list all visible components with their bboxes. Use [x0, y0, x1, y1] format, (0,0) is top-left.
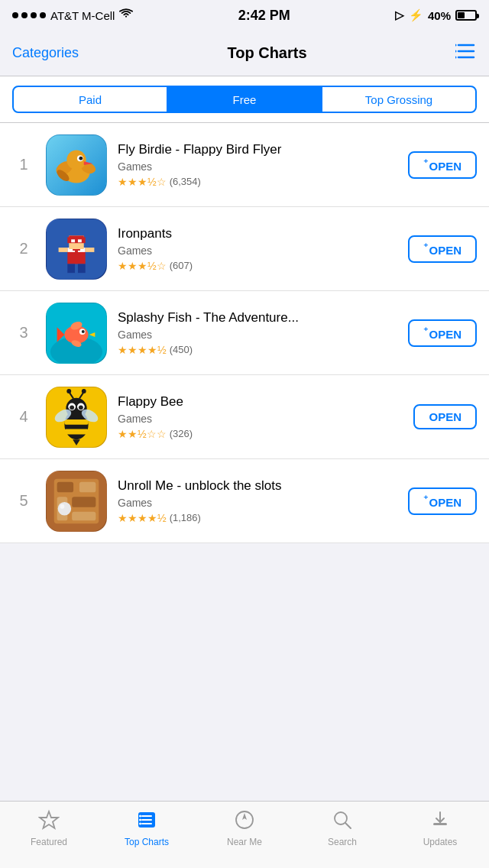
stars: ★★★★½	[118, 512, 167, 524]
svg-rect-42	[64, 429, 88, 434]
rank-label: 3	[12, 324, 35, 342]
svg-point-71	[139, 823, 141, 825]
svg-point-62	[58, 501, 72, 515]
segment-paid[interactable]: Paid	[14, 87, 167, 112]
app-name: Flappy Bee	[118, 394, 406, 410]
table-row[interactable]: 1	[0, 123, 489, 207]
segment-free[interactable]: Free	[168, 87, 321, 112]
table-row[interactable]: 2	[0, 207, 489, 291]
tab-updates[interactable]: Updates	[391, 809, 489, 847]
rank-label: 4	[12, 408, 35, 426]
svg-point-35	[82, 330, 85, 333]
rating-count: (1,186)	[170, 512, 201, 523]
location-icon: ▷	[395, 8, 404, 22]
svg-point-49	[66, 388, 71, 393]
app-info: Unroll Me - unblock the slots Games ★★★★…	[118, 478, 400, 523]
svg-point-13	[79, 156, 83, 160]
rating-count: (326)	[170, 428, 193, 439]
svg-point-69	[139, 815, 141, 818]
back-button[interactable]: Categories	[12, 45, 79, 61]
svg-point-47	[79, 405, 83, 410]
app-name: Unroll Me - unblock the slots	[118, 478, 400, 494]
svg-rect-27	[78, 264, 86, 273]
list-icon[interactable]	[455, 43, 477, 64]
svg-rect-57	[57, 481, 73, 492]
svg-point-63	[60, 504, 65, 508]
table-row[interactable]: 3	[0, 291, 489, 375]
svg-point-11	[66, 150, 86, 169]
svg-point-4	[455, 50, 457, 52]
open-button[interactable]: OPEN	[408, 151, 477, 179]
table-row[interactable]: 5 Unroll Me - unblock	[0, 459, 489, 543]
bluetooth-icon: ⚡	[409, 8, 423, 22]
svg-point-3	[455, 44, 457, 46]
app-rating: ★★★★½ (1,186)	[118, 512, 400, 524]
featured-icon	[38, 809, 60, 834]
app-icon	[46, 387, 107, 448]
open-button[interactable]: OPEN	[408, 235, 477, 263]
app-rating: ★★★½☆ (6,354)	[118, 176, 400, 188]
app-icon	[46, 303, 107, 364]
svg-rect-24	[71, 239, 75, 242]
app-icon	[46, 471, 107, 532]
updates-icon	[429, 809, 451, 834]
stars: ★★★½☆	[118, 260, 167, 272]
tab-search[interactable]: Search	[293, 809, 391, 847]
stars: ★★★½☆	[118, 176, 167, 188]
stars: ★★★★½	[118, 344, 167, 356]
time-display: 2:42 PM	[238, 8, 290, 24]
search-icon	[332, 809, 353, 834]
svg-rect-26	[67, 264, 75, 273]
battery-percent: 40%	[428, 9, 451, 22]
tab-search-label: Search	[328, 837, 357, 847]
svg-rect-20	[75, 250, 78, 254]
battery-icon	[455, 10, 477, 21]
app-icon	[46, 134, 107, 196]
rating-count: (607)	[170, 260, 193, 271]
open-button[interactable]: OPEN	[413, 404, 477, 429]
svg-rect-60	[72, 497, 96, 507]
top-charts-icon	[136, 809, 157, 834]
svg-point-46	[70, 405, 74, 410]
svg-rect-28	[59, 248, 68, 252]
svg-point-70	[139, 819, 141, 821]
app-rating: ★★½☆☆ (326)	[118, 428, 406, 440]
svg-line-75	[345, 823, 351, 828]
app-category: Games	[118, 160, 400, 173]
open-button[interactable]: OPEN	[408, 319, 477, 347]
main-content: Paid Free Top Grossing 1	[0, 76, 489, 611]
svg-rect-41	[64, 419, 88, 424]
tab-near-me-label: Near Me	[227, 837, 262, 847]
tab-featured[interactable]: Featured	[0, 809, 98, 847]
rating-count: (450)	[170, 344, 193, 355]
app-info: Flappy Bee Games ★★½☆☆ (326)	[118, 394, 406, 439]
rank-label: 1	[12, 156, 35, 173]
open-button[interactable]: OPEN	[408, 487, 477, 515]
rank-label: 5	[12, 492, 35, 510]
svg-rect-29	[86, 248, 95, 252]
tab-top-charts-label: Top Charts	[125, 837, 169, 847]
tab-bar: Featured Top Charts Near Me	[0, 801, 489, 868]
near-me-icon	[234, 809, 255, 834]
app-rating: ★★★½☆ (607)	[118, 260, 400, 272]
app-rating: ★★★★½ (450)	[118, 344, 400, 356]
status-right: ▷ ⚡ 40%	[395, 8, 477, 22]
app-name: Fly Birdie - Flappy Bird Flyer	[118, 141, 400, 158]
svg-point-51	[82, 388, 86, 393]
segment-bar: Paid Free Top Grossing	[0, 76, 489, 123]
segment-top-grossing[interactable]: Top Grossing	[322, 87, 475, 112]
table-row[interactable]: 4	[0, 375, 489, 459]
app-category: Games	[118, 497, 400, 509]
status-bar: AT&T M-Cell 2:42 PM ▷ ⚡ 40%	[0, 0, 489, 31]
svg-rect-23	[69, 235, 84, 238]
app-list: 1	[0, 123, 489, 543]
app-category: Games	[118, 245, 400, 257]
tab-near-me[interactable]: Near Me	[196, 809, 293, 847]
segment-control: Paid Free Top Grossing	[12, 86, 477, 113]
svg-rect-19	[73, 249, 80, 251]
svg-rect-25	[78, 239, 82, 242]
tab-top-charts[interactable]: Top Charts	[98, 809, 196, 847]
app-info: Fly Birdie - Flappy Bird Flyer Games ★★★…	[118, 141, 400, 187]
nav-bar: Categories Top Charts	[0, 31, 489, 76]
nav-title: Top Charts	[227, 44, 306, 62]
